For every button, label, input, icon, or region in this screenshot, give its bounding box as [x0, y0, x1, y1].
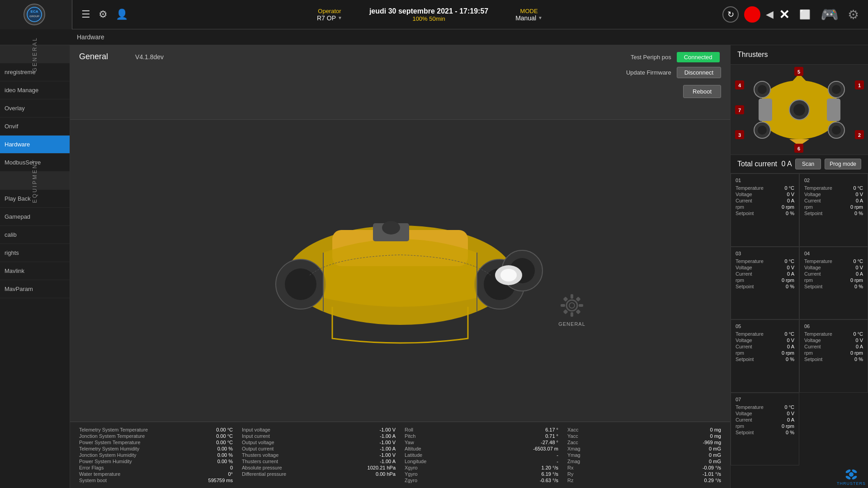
propeller-icon: [844, 468, 858, 481]
operator-row: Operator R7 OP ▼ jeudi 30 septembre 2021…: [317, 7, 542, 22]
svg-text:ECA: ECA: [30, 9, 38, 14]
svg-point-33: [758, 85, 767, 94]
telemetry-row: Yacc0 mg: [567, 433, 721, 439]
operator-dropdown[interactable]: ▼: [338, 15, 342, 20]
telemetry-panel: Telemetry System Temperature0.00 °CJonct…: [70, 422, 730, 488]
thruster-rpm-row: rpm 0 rpm: [736, 350, 794, 356]
close-button[interactable]: ✕: [779, 7, 789, 22]
content-area: General V4.1.8dev Test Periph pos Connec…: [70, 45, 730, 488]
total-current-row: Total current 0 A Scan Prog mode: [731, 155, 868, 174]
thruster-number: 01: [736, 178, 794, 183]
telemetry-row: Error Flags0: [79, 465, 233, 471]
thruster-temp-row: Temperature 0 °C: [736, 404, 794, 410]
thruster-number: 03: [736, 251, 794, 256]
sidebar-item-hardware[interactable]: Hardware: [0, 136, 70, 154]
telemetry-row: Xacc0 mg: [567, 427, 721, 433]
svg-text:3: 3: [738, 132, 741, 138]
thruster-setpoint-row: Setpoint 0 %: [736, 210, 794, 216]
thruster-voltage-row: Voltage 0 V: [736, 337, 794, 343]
connected-button[interactable]: Connected: [677, 52, 720, 62]
sidebar-item-mavparam[interactable]: MavParam: [0, 280, 70, 298]
operator-label: Operator: [317, 8, 342, 14]
telemetry-row: Yaw-27.48 °: [405, 439, 558, 446]
telemetry-row: Latitude-: [405, 452, 558, 458]
thruster-number: 02: [804, 178, 863, 183]
sidebar-item-calib[interactable]: calib: [0, 226, 70, 244]
svg-text:4: 4: [738, 83, 741, 88]
telemetry-row: Input voltage-1.00 V: [242, 427, 396, 433]
topbar-right: ↻ ◀ ✕ ⬜ 🎮 ⚙: [722, 6, 868, 23]
thruster-number: 06: [804, 324, 863, 329]
thruster-cell: 05 Temperature 0 °C Voltage 0 V Current …: [731, 319, 799, 393]
thruster-rpm-row: rpm 0 rpm: [804, 277, 863, 283]
telemetry-row: System boot595759 ms: [79, 477, 233, 483]
thruster-voltage-row: Voltage 0 V: [804, 191, 863, 197]
thruster-current-row: Current 0 A: [736, 417, 794, 423]
record-button[interactable]: [744, 6, 760, 23]
mode-box: MODE Manual ▼: [515, 8, 542, 22]
thruster-setpoint-row: Setpoint 0 %: [736, 429, 794, 436]
svg-point-35: [832, 85, 841, 94]
disconnect-button[interactable]: Disconnect: [677, 67, 721, 78]
svg-text:GROUP: GROUP: [29, 15, 39, 18]
general-icon-label: GENERAL: [558, 321, 585, 327]
svg-text:5: 5: [797, 69, 800, 75]
sidebar-item-rights[interactable]: rights: [0, 244, 70, 262]
sidebar-item-overlay[interactable]: Overlay: [0, 99, 70, 117]
user-icon[interactable]: 👤: [116, 9, 128, 20]
telemetry-col-3: Roll6.17 °Pitch0.71 °Yaw-27.48 °Altitude…: [405, 427, 558, 483]
telemetry-row: Longitude-: [405, 458, 558, 465]
telemetry-col-4: Xacc0 mgYacc0 mgZacc-969 mgXmag0 mGYmag0…: [567, 427, 721, 483]
general-section: GENERAL: [0, 45, 70, 63]
subbar: Hardware: [0, 29, 868, 45]
telemetry-row: Water temperature0°: [79, 471, 233, 477]
thruster-setpoint-row: Setpoint 0 %: [804, 210, 863, 216]
subbar-label: Hardware: [77, 33, 104, 41]
sidebar-item-onvif[interactable]: Onvif: [0, 117, 70, 136]
telemetry-row: Ygyro6.19 °/s: [405, 471, 558, 477]
sidebar-item-gamepad[interactable]: Gamepad: [0, 208, 70, 226]
thruster-current-row: Current 0 A: [736, 197, 794, 204]
svg-rect-30: [759, 99, 772, 121]
telemetry-row: Ymag0 mG: [567, 452, 721, 458]
settings-icon[interactable]: ⚙: [99, 9, 108, 20]
update-firmware-label: Update Firmware: [617, 69, 671, 76]
operator-val: R7 OP ▼: [317, 14, 342, 22]
telemetry-row: Differential pressure0.00 hPa: [242, 471, 396, 477]
prog-mode-button[interactable]: Prog mode: [825, 159, 861, 169]
reboot-button[interactable]: Reboot: [683, 85, 721, 98]
thruster-voltage-row: Voltage 0 V: [736, 410, 794, 417]
telemetry-row: Jonction System Temperature0.00 °C: [79, 433, 233, 439]
back-button[interactable]: ◀: [766, 9, 774, 20]
gamepad-icon[interactable]: 🎮: [821, 6, 839, 23]
thruster-temp-row: Temperature 0 °C: [804, 185, 863, 191]
menu-icon[interactable]: ☰: [81, 9, 90, 20]
thruster-setpoint-row: Setpoint 0 %: [804, 283, 863, 290]
svg-point-18: [569, 303, 575, 308]
expand-icon[interactable]: ⬜: [799, 9, 811, 20]
general-info: General V4.1.8dev: [79, 52, 164, 66]
scan-button[interactable]: Scan: [795, 159, 821, 169]
thruster-cell: 04 Temperature 0 °C Voltage 0 V Current …: [799, 247, 868, 320]
general-title: General: [79, 52, 108, 61]
svg-rect-26: [576, 309, 580, 314]
thruster-current-row: Current 0 A: [804, 197, 863, 204]
svg-text:1: 1: [858, 83, 861, 88]
sidebar-item-mavlink[interactable]: Mavlink: [0, 262, 70, 280]
refresh-button[interactable]: ↻: [722, 6, 739, 23]
mode-dropdown[interactable]: ▼: [538, 15, 542, 20]
svg-rect-21: [561, 304, 565, 307]
telemetry-row: Telemetry System Temperature0.00 °C: [79, 427, 233, 433]
thrusters-icon-label: THRUSTERS: [837, 481, 866, 486]
thruster-voltage-row: Voltage 0 V: [736, 264, 794, 271]
total-current-label: Total current 0 A: [737, 160, 792, 168]
datetime: jeudi 30 septembre 2021 - 17:19:57: [369, 7, 488, 15]
svg-point-17: [566, 300, 577, 311]
sidebar-item-video-manager[interactable]: ideo Manage: [0, 81, 70, 99]
telemetry-row: Power System Humidity0.00 %: [79, 458, 233, 465]
telemetry-row: Thusters voltage-1.00 V: [242, 452, 396, 458]
telemetry-row: Output voltage-1.00 V: [242, 439, 396, 446]
telemetry-col-1: Telemetry System Temperature0.00 °CJonct…: [79, 427, 233, 483]
svg-rect-22: [579, 304, 583, 307]
thruster-buttons: Scan Prog mode: [795, 159, 861, 169]
